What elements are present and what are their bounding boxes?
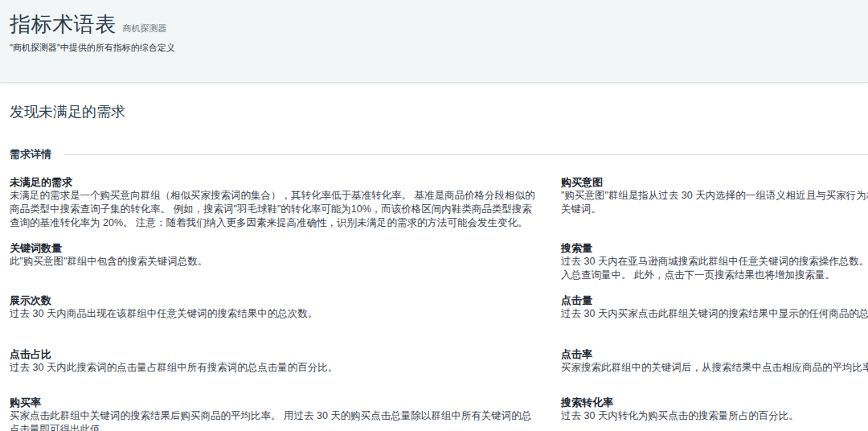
term-title: 关键词数量 — [10, 241, 540, 255]
term-title: 点击占比 — [10, 347, 540, 361]
term-search-conversion-rate: 搜索转化率 过去 30 天内转化为购买点击的搜索量所占的百分比。 — [561, 396, 868, 423]
group-divider-line — [64, 154, 868, 155]
term-search-volume: 搜索量 过去 30 天内在亚马逊商城搜索此群组中任意关键词的搜索操作总数。 如果… — [561, 241, 868, 282]
term-title: 未满足的需求 — [10, 175, 540, 189]
term-impressions: 展示次数 过去 30 天内商品出现在该群组中任意关键词的搜索结果中的总次数。 — [10, 293, 540, 321]
term-definition-line: 买家搜索此群组中的关键词后，从搜索结果中点击相应商品的平均比率。 用过去 30 — [561, 361, 868, 375]
term-definition-line: 过去 30 天内在亚马逊商城搜索此群组中任意关键词的搜索操作总数。 如果同一买家 — [561, 255, 868, 269]
term-title: 点击率 — [561, 347, 868, 361]
term-definition: 过去 30 天内此搜索词的点击量占群组中所有搜索词的总点击量的百分比。 — [10, 361, 540, 375]
glossary-content: 发现未满足的需求 需求详情 未满足的需求 未满足的需求是一个购买意向群组（相似买… — [0, 102, 868, 431]
term-definition-line: 过去 30 天内买家点击此群组关键词的搜索结果中显示的任何商品的总次数。 — [561, 307, 868, 321]
title-row: 指标术语表 商机探测器 — [10, 10, 858, 38]
term-title: 购买率 — [10, 396, 540, 409]
term-click-rate: 点击率 买家搜索此群组中的关键词后，从搜索结果中点击相应商品的平均比率。 用过去… — [561, 347, 868, 375]
term-title: 展示次数 — [10, 293, 540, 307]
term-definition-line: 过去 30 天内转化为购买点击的搜索量所占的百分比。 — [561, 409, 799, 423]
term-definition: 未满足的需求是一个购买意向群组（相似买家搜索词的集合），其转化率低于基准转化率。… — [10, 189, 540, 230]
term-purchase-intent: 购买意图 "购买意图"群组是指从过去 30 天内选择的一组语义相近且与买家行为相… — [561, 175, 868, 216]
term-title: 搜索转化率 — [561, 396, 868, 409]
term-definition-line: 关键词。 — [561, 203, 601, 216]
term-definition: 此"购买意图"群组中包含的搜索关键词总数。 — [10, 255, 540, 269]
term-definition-line: 入总查询量中。 此外，点击下一页搜索结果也将增加搜索量。 — [561, 269, 835, 282]
page-title: 指标术语表 — [10, 10, 117, 38]
terms-grid: 未满足的需求 未满足的需求是一个购买意向群组（相似买家搜索词的集合），其转化率低… — [10, 175, 868, 431]
term-unmet-demand: 未满足的需求 未满足的需求是一个购买意向群组（相似买家搜索词的集合），其转化率低… — [10, 175, 540, 230]
term-click-volume: 点击量 过去 30 天内买家点击此群组关键词的搜索结果中显示的任何商品的总次数。 — [561, 293, 868, 321]
term-definition: 买家点击此群组中关键词的搜索结果后购买商品的平均比率。 用过去 30 天的购买点… — [10, 409, 540, 431]
group-header: 需求详情 — [10, 147, 868, 162]
term-title: 搜索量 — [561, 241, 868, 255]
group-title: 需求详情 — [10, 147, 51, 162]
term-definition: 过去 30 天内商品出现在该群组中任意关键词的搜索结果中的总次数。 — [10, 307, 540, 321]
term-title: 购买意图 — [561, 175, 868, 189]
section-title: 发现未满足的需求 — [10, 102, 868, 121]
page-title-suffix: 商机探测器 — [123, 23, 167, 35]
term-keyword-count: 关键词数量 此"购买意图"群组中包含的搜索关键词总数。 — [10, 241, 540, 269]
term-click-share: 点击占比 过去 30 天内此搜索词的点击量占群组中所有搜索词的总点击量的百分比。 — [10, 347, 540, 375]
term-title: 点击量 — [561, 293, 868, 307]
term-definition-line: "购买意图"群组是指从过去 30 天内选择的一组语义相近且与买家行为相关的搜索关 — [561, 189, 868, 203]
page-header: 指标术语表 商机探测器 "商机探测器"中提供的所有指标的综合定义 — [0, 0, 868, 83]
term-purchase-rate: 购买率 买家点击此群组中关键词的搜索结果后购买商品的平均比率。 用过去 30 天… — [10, 396, 540, 431]
page-subtitle: "商机探测器"中提供的所有指标的综合定义 — [10, 42, 858, 54]
